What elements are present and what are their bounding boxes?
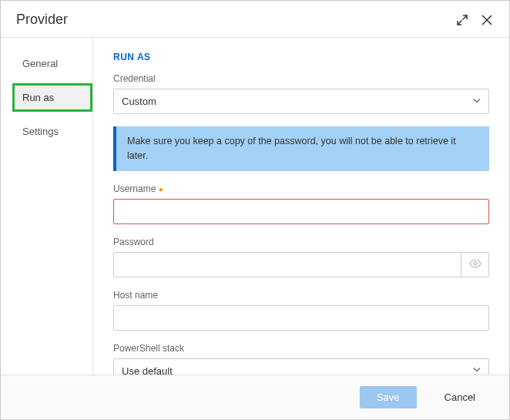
cancel-button[interactable]: Cancel [428, 386, 492, 408]
dialog-body: General Run as Settings RUN AS Credentia… [1, 38, 509, 375]
sidebar-item-settings[interactable]: Settings [15, 119, 92, 143]
powershell-label: PowerShell stack [113, 343, 489, 354]
save-button[interactable]: Save [360, 386, 417, 408]
username-field-group: Username ● [113, 183, 489, 224]
required-indicator: ● [159, 185, 163, 193]
credential-field-group: Credential Custom [113, 73, 489, 114]
credential-label: Credential [113, 73, 489, 84]
password-label: Password [113, 237, 489, 247]
powershell-value[interactable]: Use default [113, 358, 489, 375]
content-panel: RUN AS Credential Custom Make sure you k… [93, 38, 509, 375]
sidebar: General Run as Settings [1, 38, 93, 375]
dialog-title: Provider [16, 12, 68, 28]
section-title: RUN AS [113, 52, 489, 62]
sidebar-item-run-as[interactable]: Run as [12, 83, 92, 112]
password-input[interactable] [113, 252, 461, 277]
dialog-footer: Save Cancel [1, 375, 509, 419]
username-label: Username ● [113, 183, 489, 194]
powershell-select[interactable]: Use default [113, 358, 489, 375]
dialog-header: Provider [1, 1, 509, 38]
hostname-label: Host name [113, 290, 489, 301]
expand-icon[interactable] [455, 13, 469, 27]
hostname-input[interactable] [113, 305, 489, 331]
username-label-text: Username [113, 183, 156, 194]
hostname-field-group: Host name [113, 290, 489, 331]
credential-select[interactable]: Custom [113, 89, 489, 114]
username-input[interactable] [113, 199, 489, 224]
password-field-group: Password [113, 237, 489, 277]
close-icon[interactable] [480, 13, 494, 27]
toggle-password-visibility[interactable] [461, 252, 489, 277]
info-banner: Make sure you keep a copy of the passwor… [113, 126, 489, 171]
sidebar-item-general[interactable]: General [15, 52, 92, 76]
powershell-field-group: PowerShell stack Use default [113, 343, 489, 375]
header-controls [455, 13, 494, 27]
credential-value[interactable]: Custom [113, 89, 489, 114]
provider-dialog: Provider General Run as Settings [0, 0, 510, 420]
eye-icon [469, 257, 481, 272]
password-input-wrap [113, 252, 489, 277]
svg-point-0 [473, 261, 476, 264]
